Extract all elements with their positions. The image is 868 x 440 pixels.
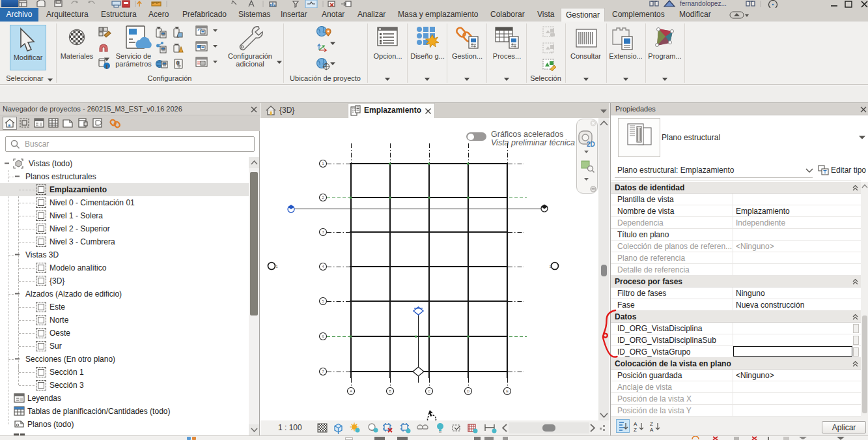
svg-text:i: i <box>106 64 107 70</box>
svg-text:6: 6 <box>322 334 324 338</box>
svg-text:1: 1 <box>275 265 277 269</box>
svg-text:7: 7 <box>322 370 324 374</box>
svg-text:A: A <box>350 389 352 393</box>
svg-text:A: A <box>634 421 637 427</box>
svg-text:1: 1 <box>322 162 324 166</box>
svg-text:1: 1 <box>549 265 551 269</box>
svg-text:fernandolopez...: fernandolopez... <box>680 0 727 7</box>
svg-text:C: C <box>428 389 430 393</box>
svg-text:Z: Z <box>634 427 637 432</box>
svg-text:3: 3 <box>322 230 324 234</box>
svg-text:5: 5 <box>322 299 324 303</box>
svg-text:B: B <box>389 389 391 393</box>
svg-text:4: 4 <box>322 265 324 269</box>
svg-text:Z: Z <box>650 421 653 427</box>
svg-text:A: A <box>650 427 654 432</box>
svg-text:D: D <box>467 389 469 393</box>
svg-text:2: 2 <box>322 196 324 199</box>
svg-text:0: 0 <box>176 61 179 65</box>
svg-text:2D: 2D <box>587 141 595 148</box>
svg-text:E: E <box>506 389 509 393</box>
